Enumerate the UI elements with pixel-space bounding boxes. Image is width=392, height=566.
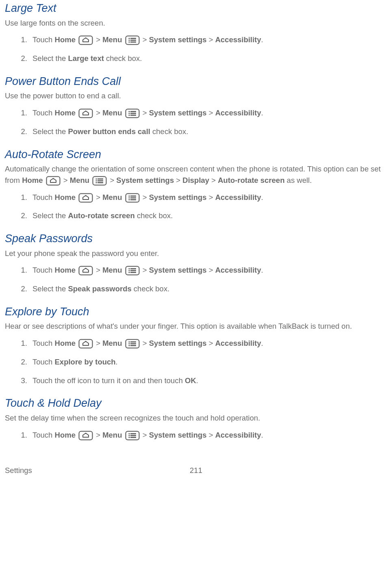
step: Touch Home > Menu > System settings > Ac… [29,192,387,203]
desc-auto-rotate: Automatically change the orientation of … [5,163,387,186]
heading-touch-hold-delay: Touch & Hold Delay [5,395,387,412]
heading-auto-rotate: Auto-Rotate Screen [5,146,387,163]
heading-power-button: Power Button Ends Call [5,73,387,90]
section-large-text: Large Text Use large fonts on the screen… [5,0,387,64]
menu-icon [125,339,140,349]
desc-explore-by-touch: Hear or see descriptions of what's under… [5,321,387,332]
step: Select the Power button ends call check … [29,126,387,137]
home-icon [78,193,93,203]
section-speak-passwords: Speak Passwords Let your phone speak the… [5,230,387,295]
step: Touch Home > Menu > System settings > Ac… [29,429,387,441]
home-icon [46,176,61,186]
desc-power-button: Use the power button to end a call. [5,90,387,102]
menu-icon [125,35,140,45]
heading-explore-by-touch: Explore by Touch [5,304,387,320]
desc-touch-hold-delay: Set the delay time when the screen recog… [5,412,387,424]
menu-icon [125,108,140,118]
step: Select the Auto-rotate screen check box. [29,210,387,221]
step: Touch Home > Menu > System settings > Ac… [29,107,387,119]
home-icon [78,266,93,275]
heading-large-text: Large Text [5,0,387,17]
menu-icon [92,176,107,186]
home-icon [78,108,93,118]
step: Select the Speak passwords check box. [29,283,387,295]
page-footer: Settings 211 [5,465,387,476]
heading-speak-passwords: Speak Passwords [5,230,387,247]
home-icon [78,339,93,349]
step: Touch the off icon to turn it on and the… [29,375,387,386]
section-power-button: Power Button Ends Call Use the power but… [5,73,387,137]
section-explore-by-touch: Explore by Touch Hear or see description… [5,304,387,386]
section-auto-rotate: Auto-Rotate Screen Automatically change … [5,146,387,222]
menu-icon [125,431,140,440]
menu-icon [125,193,140,203]
step: Touch Explore by touch. [29,356,387,368]
footer-section-name: Settings [5,465,32,476]
step: Touch Home > Menu > System settings > Ac… [29,34,387,46]
page-number: 211 [190,465,202,476]
step: Touch Home > Menu > System settings > Ac… [29,338,387,349]
step: Select the Large text check box. [29,53,387,64]
desc-large-text: Use large fonts on the screen. [5,17,387,29]
section-touch-hold-delay: Touch & Hold Delay Set the delay time wh… [5,395,387,440]
home-icon [78,431,93,440]
home-icon [78,35,93,45]
menu-icon [125,266,140,275]
step: Touch Home > Menu > System settings > Ac… [29,265,387,276]
desc-speak-passwords: Let your phone speak the password you en… [5,248,387,259]
